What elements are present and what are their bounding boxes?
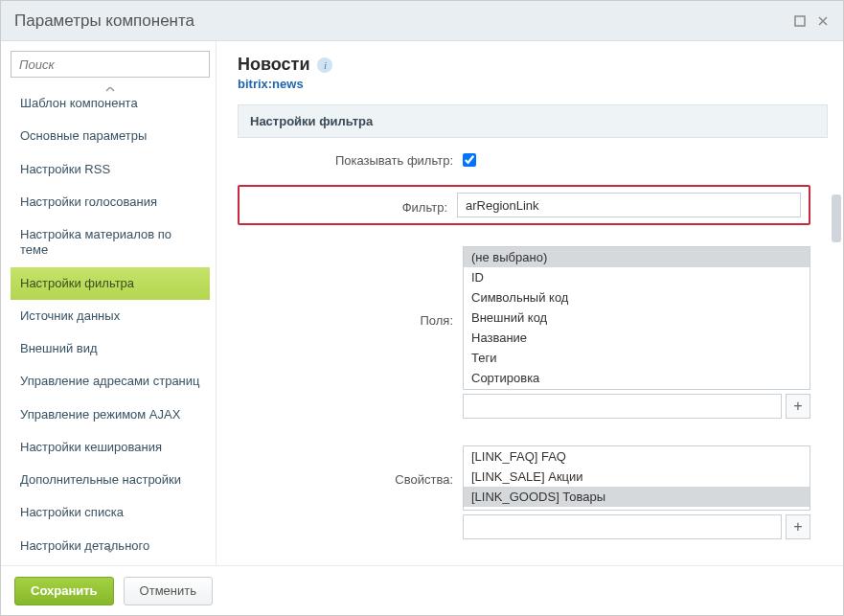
fields-select[interactable]: (не выбрано)IDСимвольный кодВнешний кодН… — [463, 246, 810, 390]
row-show-filter: Показывать фильтр: — [238, 149, 810, 170]
sidebar-item[interactable]: Настройки RSS — [11, 153, 210, 186]
sidebar: Шаблон компонентаОсновные параметрыНастр… — [1, 41, 217, 565]
row-fields: Поля: (не выбрано)IDСимвольный кодВнешни… — [238, 246, 810, 419]
filter-input[interactable] — [457, 193, 801, 217]
list-option[interactable]: [LINK_GOODS] Товары — [464, 487, 810, 507]
search-wrap — [11, 51, 210, 78]
section-header: Настройки фильтра — [238, 104, 828, 138]
footer: Сохранить Отменить — [1, 565, 843, 615]
sidebar-item[interactable]: Настройки кеширования — [11, 431, 210, 464]
close-icon[interactable] — [816, 14, 830, 28]
list-option[interactable]: [LINK_SALE] Акции — [464, 467, 810, 487]
row-props: Свойства: [LINK_FAQ] FAQ[LINK_SALE] Акци… — [238, 445, 810, 539]
fields-add-button[interactable]: + — [786, 394, 810, 419]
list-option[interactable]: Внешний код — [464, 308, 810, 328]
info-icon[interactable]: i — [317, 57, 332, 73]
component-title: Новости — [238, 55, 309, 75]
label-props: Свойства: — [238, 445, 463, 487]
sidebar-item[interactable]: Настройки фильтра — [11, 267, 210, 300]
label-show-filter: Показывать фильтр: — [238, 149, 463, 168]
sidebar-item[interactable]: Основные параметры — [11, 120, 210, 152]
sidebar-item[interactable]: Источник данных — [11, 300, 210, 332]
fields-add-input[interactable] — [463, 394, 782, 419]
form: Показывать фильтр: Фильтр: Поля: — [238, 138, 828, 565]
fields-add-row: + — [463, 394, 810, 419]
dialog: Параметры компонента Шаблон компонентаОс… — [0, 0, 844, 616]
sidebar-item[interactable]: Внешний вид — [11, 332, 210, 365]
sidebar-item[interactable]: Управление адресами страниц — [11, 365, 210, 398]
props-add-row: + — [463, 514, 810, 539]
field-show-filter — [463, 149, 810, 170]
scroll-up-icon[interactable] — [103, 87, 118, 97]
props-add-input[interactable] — [463, 514, 782, 539]
list-option[interactable]: [LINK_FAQ] FAQ — [464, 446, 810, 467]
sidebar-item[interactable]: Настройка материалов по теме — [11, 218, 210, 267]
list-option[interactable]: Сортировка — [464, 368, 810, 388]
row-filter: Фильтр: — [238, 185, 810, 225]
dialog-body: Шаблон компонентаОсновные параметрыНастр… — [1, 41, 843, 565]
dialog-title: Параметры компонента — [14, 11, 784, 31]
sidebar-item[interactable]: Дополнительные настройки — [11, 464, 210, 496]
titlebar: Параметры компонента — [1, 1, 843, 41]
list-option[interactable]: Описание для анонса — [464, 388, 810, 390]
list-option[interactable]: ID — [464, 267, 810, 287]
cancel-button[interactable]: Отменить — [124, 577, 213, 605]
sidebar-item[interactable]: Управление режимом AJAX — [11, 399, 210, 431]
sidebar-nav: Шаблон компонентаОсновные параметрыНастр… — [11, 87, 210, 556]
field-filter — [457, 193, 801, 217]
list-option[interactable]: Символьный код — [464, 287, 810, 308]
scroll-down-icon[interactable] — [103, 542, 118, 556]
heading: Новости i — [238, 55, 828, 75]
list-option[interactable]: Название — [464, 328, 810, 348]
props-select[interactable]: [LINK_FAQ] FAQ[LINK_SALE] Акции[LINK_GOO… — [463, 445, 810, 511]
sidebar-item[interactable]: Настройки голосования — [11, 186, 210, 218]
show-filter-checkbox[interactable] — [463, 153, 476, 167]
sidebar-item[interactable]: Настройки списка — [11, 496, 210, 529]
save-button[interactable]: Сохранить — [14, 577, 114, 605]
field-props: [LINK_FAQ] FAQ[LINK_SALE] Акции[LINK_GOO… — [463, 445, 810, 539]
list-option[interactable]: Теги — [464, 348, 810, 368]
label-fields: Поля: — [238, 246, 463, 328]
filter-highlight: Фильтр: — [238, 185, 810, 225]
component-name: bitrix:news — [238, 77, 828, 91]
nav-wrap: Шаблон компонентаОсновные параметрыНастр… — [11, 87, 210, 556]
props-add-button[interactable]: + — [786, 514, 810, 539]
svg-rect-0 — [795, 16, 805, 26]
field-fields: (не выбрано)IDСимвольный кодВнешний кодН… — [463, 246, 810, 419]
main-scrollbar-track[interactable] — [832, 137, 841, 501]
search-input[interactable] — [11, 51, 210, 78]
main-scrollbar-thumb[interactable] — [832, 194, 841, 242]
label-filter: Фильтр: — [247, 196, 457, 215]
list-option[interactable]: (не выбрано) — [464, 247, 810, 267]
maximize-icon[interactable] — [793, 14, 807, 28]
main: Новости i bitrix:news Настройки фильтра … — [217, 41, 843, 565]
